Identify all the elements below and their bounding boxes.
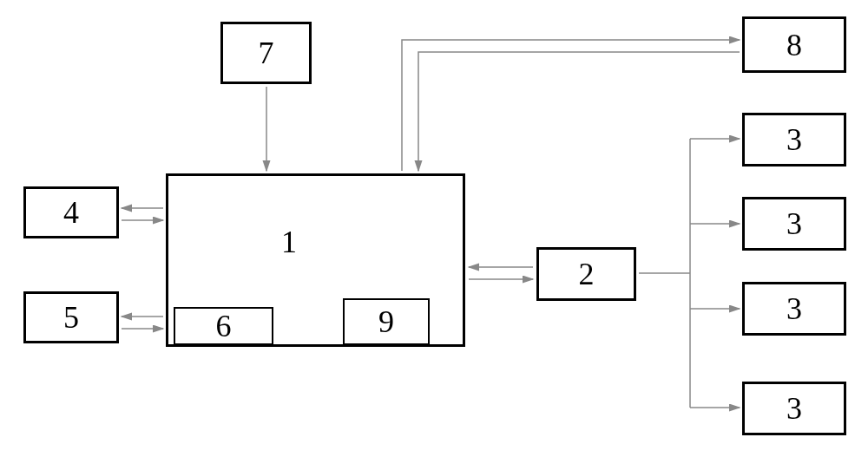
box-2-label: 2 — [579, 256, 595, 292]
box-6: 6 — [174, 307, 273, 345]
box-6-label: 6 — [216, 308, 232, 344]
box-3-a: 3 — [742, 113, 846, 166]
box-3-b-label: 3 — [786, 206, 802, 242]
box-9: 9 — [343, 298, 430, 345]
box-2: 2 — [536, 247, 636, 301]
box-7-label: 7 — [259, 35, 274, 71]
box-8-label: 8 — [786, 27, 802, 63]
box-8: 8 — [742, 16, 846, 73]
box-1-label: 1 — [281, 224, 297, 260]
box-4: 4 — [23, 186, 119, 238]
box-3-c-label: 3 — [786, 290, 802, 327]
box-5: 5 — [23, 291, 119, 343]
box-9-label: 9 — [378, 304, 394, 340]
box-3-b: 3 — [742, 197, 846, 251]
box-3-c: 3 — [742, 282, 846, 336]
box-3-d: 3 — [742, 382, 846, 435]
box-5-label: 5 — [63, 299, 79, 336]
box-4-label: 4 — [63, 194, 79, 231]
box-7: 7 — [220, 22, 312, 84]
box-3-a-label: 3 — [786, 121, 802, 158]
box-3-d-label: 3 — [786, 390, 802, 427]
